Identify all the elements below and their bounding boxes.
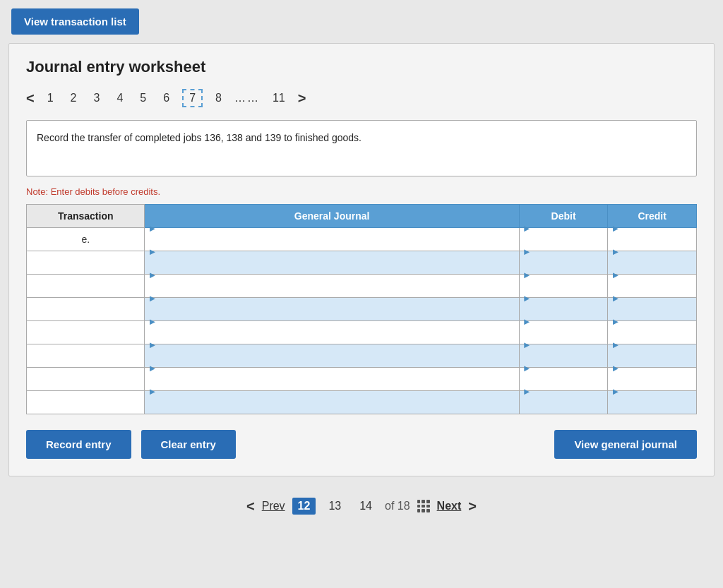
general-journal-input[interactable]: [148, 234, 515, 256]
arrow-icon: ►: [522, 270, 532, 280]
debit-input[interactable]: [522, 304, 605, 326]
debit-input[interactable]: [522, 350, 605, 373]
arrow-icon: ►: [522, 340, 532, 350]
arrow-icon: ►: [148, 386, 157, 397]
grid-cell: [417, 505, 421, 508]
col-debit: Debit: [519, 205, 608, 228]
clear-entry-button[interactable]: Clear entry: [141, 430, 236, 459]
page-11[interactable]: 11: [268, 90, 289, 106]
credit-cell[interactable]: ►: [608, 228, 697, 251]
transaction-cell: [27, 344, 145, 368]
page-6[interactable]: 6: [159, 90, 174, 106]
page-4[interactable]: 4: [112, 90, 127, 106]
arrow-icon: ►: [522, 223, 532, 234]
debit-input[interactable]: [522, 280, 605, 303]
credit-input[interactable]: [611, 234, 693, 256]
transaction-cell: [27, 368, 145, 391]
next-link[interactable]: Next: [437, 500, 462, 512]
page-14[interactable]: 14: [354, 498, 378, 515]
page-8[interactable]: 8: [211, 90, 226, 106]
col-credit: Credit: [608, 205, 697, 228]
credit-input[interactable]: [611, 350, 693, 373]
credit-input[interactable]: [611, 373, 693, 396]
general-journal-cell[interactable]: ►: [145, 228, 519, 251]
general-journal-input[interactable]: [148, 257, 515, 280]
record-entry-button[interactable]: Record entry: [26, 430, 131, 459]
debit-input[interactable]: [522, 327, 605, 349]
debit-input[interactable]: [522, 397, 605, 419]
arrow-icon: ►: [611, 223, 620, 234]
debit-input[interactable]: [522, 373, 605, 396]
grid-cell: [422, 500, 425, 503]
arrow-icon: ►: [611, 246, 620, 257]
transaction-cell: [27, 251, 145, 275]
worksheet-pagination: < 1 2 3 4 5 6 7 8 …… 11 >: [26, 89, 697, 107]
general-journal-input[interactable]: [148, 280, 515, 303]
main-container: Journal entry worksheet < 1 2 3 4 5 6 7 …: [8, 43, 715, 476]
general-journal-input[interactable]: [148, 397, 515, 419]
debit-cell[interactable]: ►: [519, 228, 608, 251]
general-journal-input[interactable]: [148, 350, 515, 373]
worksheet-title: Journal entry worksheet: [26, 58, 697, 76]
arrow-icon: ►: [522, 293, 532, 304]
credit-input[interactable]: [611, 397, 693, 419]
bottom-prev-arrow[interactable]: <: [246, 498, 255, 515]
credit-input[interactable]: [611, 257, 693, 280]
arrow-icon: ►: [611, 386, 620, 397]
arrow-icon: ►: [522, 246, 532, 257]
arrow-icon: ►: [522, 363, 532, 373]
arrow-icon: ►: [611, 270, 620, 280]
action-buttons-row: Record entry Clear entry View general jo…: [26, 430, 697, 459]
arrow-icon: ►: [611, 363, 620, 373]
general-journal-input[interactable]: [148, 373, 515, 396]
current-page[interactable]: 12: [292, 498, 316, 515]
bottom-pagination: < Prev 12 13 14 of 18 Next >: [0, 498, 723, 515]
arrow-icon: ►: [611, 293, 620, 304]
debit-input[interactable]: [522, 234, 605, 256]
prev-link[interactable]: Prev: [262, 500, 285, 512]
arrow-icon: ►: [148, 293, 157, 304]
page-3[interactable]: 3: [90, 90, 104, 106]
arrow-icon: ►: [611, 340, 620, 350]
transaction-cell: [27, 321, 145, 344]
grid-view-icon[interactable]: [417, 500, 430, 512]
credit-input[interactable]: [611, 280, 693, 303]
debit-input[interactable]: [522, 257, 605, 280]
grid-cell: [417, 500, 421, 503]
page-1[interactable]: 1: [43, 90, 58, 106]
page-5[interactable]: 5: [136, 90, 150, 106]
grid-cell: [422, 505, 425, 508]
grid-cell: [422, 509, 425, 512]
credit-input[interactable]: [611, 304, 693, 326]
prev-page-arrow[interactable]: <: [26, 90, 35, 107]
transaction-cell: [27, 298, 145, 321]
journal-table: Transaction General Journal Debit Credit…: [26, 204, 697, 414]
arrow-icon: ►: [148, 340, 157, 350]
grid-cell: [426, 509, 430, 512]
arrow-icon: ►: [522, 386, 532, 397]
view-general-journal-button[interactable]: View general journal: [554, 430, 697, 459]
general-journal-input[interactable]: [148, 304, 515, 326]
arrow-icon: ►: [148, 363, 157, 373]
table-row: e. ► ► ►: [27, 228, 697, 251]
grid-cell: [426, 505, 430, 508]
grid-cell: [417, 509, 421, 512]
general-journal-input[interactable]: [148, 327, 515, 349]
arrow-icon: ►: [148, 270, 157, 280]
arrow-icon: ►: [522, 316, 532, 327]
arrow-icon: ►: [611, 316, 620, 327]
page-13[interactable]: 13: [323, 498, 347, 515]
arrow-icon: ►: [148, 223, 157, 234]
bottom-next-arrow[interactable]: >: [468, 498, 477, 515]
transaction-cell: [27, 391, 145, 414]
arrow-icon: ►: [148, 316, 157, 327]
next-page-arrow[interactable]: >: [298, 90, 306, 107]
transaction-cell: e.: [27, 228, 145, 251]
view-transaction-button[interactable]: View transaction list: [11, 8, 139, 35]
page-2[interactable]: 2: [66, 90, 81, 106]
transaction-cell: [27, 275, 145, 298]
page-7[interactable]: 7: [182, 89, 203, 107]
description-box: Record the transfer of completed jobs 13…: [26, 120, 697, 176]
col-general-journal: General Journal: [145, 205, 519, 228]
credit-input[interactable]: [611, 327, 693, 349]
